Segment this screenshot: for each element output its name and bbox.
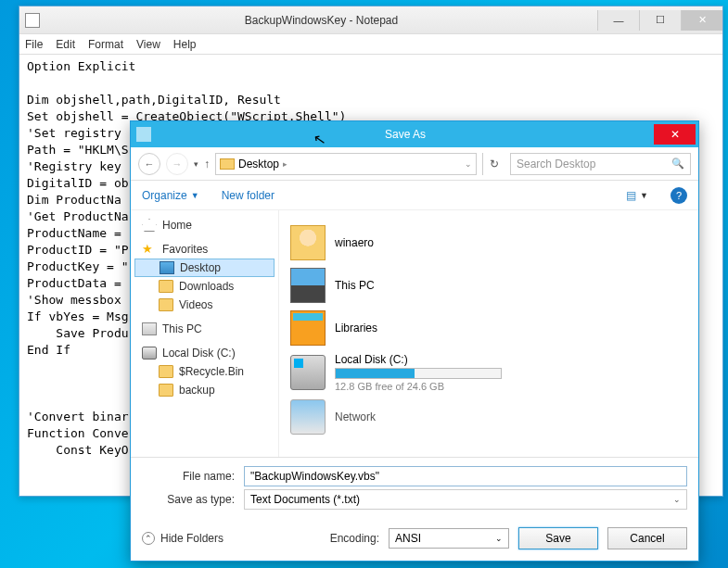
dialog-nav: ← → ▾ ↑ Desktop ▸ ⌄ ↻ Search Desktop 🔍 bbox=[131, 147, 698, 181]
chevron-down-icon: ▼ bbox=[640, 191, 648, 200]
dialog-close-button[interactable]: ✕ bbox=[654, 124, 696, 145]
help-button[interactable]: ? bbox=[671, 187, 687, 204]
dialog-title: Save As bbox=[157, 128, 654, 141]
minimize-button[interactable]: — bbox=[597, 10, 639, 31]
tree-localdisk[interactable]: Local Disk (C:) bbox=[134, 344, 275, 362]
menu-view[interactable]: View bbox=[136, 38, 160, 51]
libraries-icon bbox=[290, 310, 326, 346]
menu-format[interactable]: Format bbox=[88, 38, 123, 51]
desktop-icon bbox=[160, 261, 174, 274]
new-folder-button[interactable]: New folder bbox=[222, 189, 275, 202]
encoding-select[interactable]: ANSI ⌄ bbox=[389, 528, 509, 549]
cancel-button[interactable]: Cancel bbox=[607, 527, 687, 549]
item-libraries[interactable]: Libraries bbox=[290, 310, 687, 346]
item-thispc[interactable]: This PC bbox=[290, 268, 687, 303]
notepad-menu: File Edit Format View Help bbox=[19, 34, 722, 55]
folder-icon bbox=[159, 365, 173, 378]
close-button[interactable]: ✕ bbox=[681, 10, 722, 31]
navigation-tree[interactable]: Home ★Favorites Desktop Downloads Videos… bbox=[131, 210, 279, 457]
dialog-icon bbox=[136, 127, 151, 142]
localdisk-usage: 12.8 GB free of 24.6 GB bbox=[335, 381, 687, 392]
search-placeholder: Search Desktop bbox=[517, 158, 595, 170]
pc-icon bbox=[142, 322, 157, 335]
pc-icon bbox=[290, 268, 326, 303]
item-winaero[interactable]: winaero bbox=[290, 225, 687, 260]
dialog-bottom: ⌃ Hide Folders Encoding: ANSI ⌄ Save Can… bbox=[131, 516, 698, 561]
disk-icon bbox=[142, 347, 157, 360]
folder-icon bbox=[159, 280, 173, 293]
tree-downloads[interactable]: Downloads bbox=[134, 277, 275, 296]
maximize-button[interactable]: ☐ bbox=[639, 10, 681, 31]
tree-backup[interactable]: backup bbox=[134, 381, 275, 399]
savetype-label: Save as type: bbox=[142, 493, 244, 506]
search-input[interactable]: Search Desktop 🔍 bbox=[510, 153, 691, 175]
tree-recyclebin[interactable]: $Recycle.Bin bbox=[134, 362, 275, 381]
chevron-right-icon[interactable]: ▸ bbox=[283, 159, 287, 169]
tree-desktop[interactable]: Desktop bbox=[134, 259, 275, 277]
folder-icon bbox=[159, 384, 173, 397]
view-options-button[interactable]: ▤ ▼ bbox=[626, 189, 648, 202]
dialog-titlebar[interactable]: Save As ✕ bbox=[131, 121, 698, 147]
filename-input[interactable] bbox=[244, 466, 687, 486]
save-as-dialog: Save As ✕ ← → ▾ ↑ Desktop ▸ ⌄ ↻ Search D… bbox=[130, 120, 699, 562]
tree-videos[interactable]: Videos bbox=[134, 296, 275, 314]
tree-favorites[interactable]: ★Favorites bbox=[134, 240, 275, 259]
menu-edit[interactable]: Edit bbox=[56, 38, 75, 51]
chevron-down-icon: ⌄ bbox=[673, 495, 681, 504]
hide-folders-button[interactable]: ⌃ Hide Folders bbox=[142, 532, 224, 545]
home-icon bbox=[142, 219, 157, 232]
menu-help[interactable]: Help bbox=[173, 38, 197, 51]
notepad-titlebar[interactable]: BackupWindowsKey - Notepad — ☐ ✕ bbox=[19, 6, 722, 34]
breadcrumb-location[interactable]: Desktop bbox=[238, 158, 279, 170]
folder-icon bbox=[159, 298, 173, 311]
item-network[interactable]: Network bbox=[290, 399, 687, 435]
organize-menu[interactable]: Organize ▼ bbox=[142, 189, 199, 202]
localdisk-name: Local Disk (C:) bbox=[335, 353, 687, 366]
file-list[interactable]: winaero This PC Libraries Local Disk (C:… bbox=[279, 210, 698, 457]
notepad-icon bbox=[25, 13, 40, 28]
menu-file[interactable]: File bbox=[25, 38, 43, 51]
up-button[interactable]: ↑ bbox=[204, 158, 210, 170]
chevron-down-icon: ▼ bbox=[191, 191, 199, 200]
encoding-label: Encoding: bbox=[330, 532, 379, 545]
search-icon: 🔍 bbox=[671, 158, 684, 170]
chevron-down-icon: ⌄ bbox=[495, 534, 503, 543]
forward-button[interactable]: → bbox=[166, 153, 188, 175]
folder-icon bbox=[220, 158, 235, 170]
back-button[interactable]: ← bbox=[138, 153, 160, 175]
dialog-fields: File name: Save as type: Text Documents … bbox=[131, 458, 698, 516]
save-button[interactable]: Save bbox=[518, 527, 598, 549]
star-icon: ★ bbox=[142, 243, 157, 256]
collapse-icon: ⌃ bbox=[142, 532, 155, 545]
notepad-title: BackupWindowsKey - Notepad bbox=[45, 14, 597, 27]
tree-thispc[interactable]: This PC bbox=[134, 320, 275, 338]
filename-label: File name: bbox=[142, 470, 244, 483]
savetype-select[interactable]: Text Documents (*.txt) ⌄ bbox=[244, 489, 687, 510]
user-folder-icon bbox=[290, 225, 326, 260]
disk-icon bbox=[290, 355, 326, 390]
view-icon: ▤ bbox=[626, 189, 636, 202]
network-icon bbox=[290, 399, 326, 435]
chevron-down-icon[interactable]: ⌄ bbox=[465, 159, 472, 169]
history-dropdown-icon[interactable]: ▾ bbox=[194, 159, 198, 169]
disk-usage-bar bbox=[335, 368, 502, 379]
refresh-button[interactable]: ↻ bbox=[482, 153, 504, 175]
tree-home[interactable]: Home bbox=[134, 216, 275, 234]
item-localdisk[interactable]: Local Disk (C:) 12.8 GB free of 24.6 GB bbox=[290, 353, 687, 392]
dialog-toolbar: Organize ▼ New folder ▤ ▼ ? bbox=[131, 181, 698, 210]
breadcrumb-bar[interactable]: Desktop ▸ ⌄ bbox=[215, 153, 477, 175]
